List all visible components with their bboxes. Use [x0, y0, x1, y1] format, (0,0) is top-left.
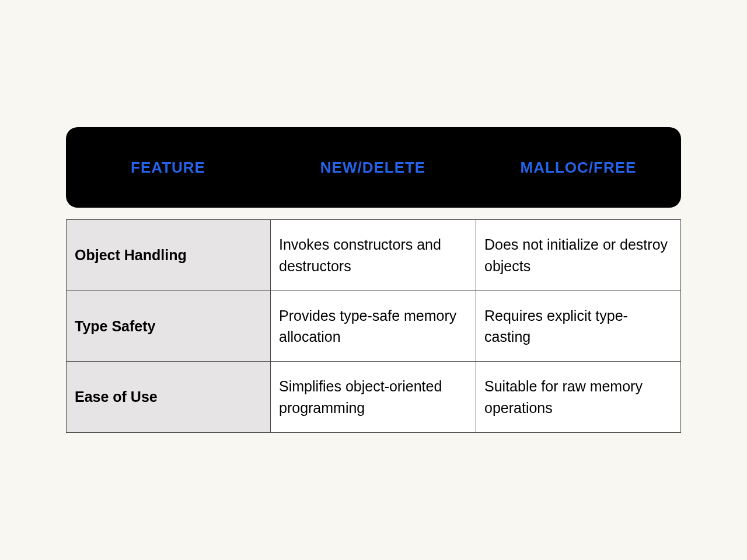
header-new-delete: NEW/DELETE [270, 159, 476, 177]
table-row: Ease of Use Simplifies object-oriented p… [67, 362, 681, 433]
header-malloc-free: MALLOC/FREE [476, 159, 681, 177]
malloc-free-cell: Suitable for raw memory operations [476, 362, 681, 433]
comparison-table: FEATURE NEW/DELETE MALLOC/FREE Object Ha… [66, 127, 681, 433]
table-row: Type Safety Provides type-safe memory al… [67, 290, 681, 362]
malloc-free-cell: Does not initialize or destroy objects [476, 220, 681, 291]
feature-cell: Ease of Use [67, 362, 271, 433]
malloc-free-cell: Requires explicit type-casting [476, 290, 681, 362]
header-feature: FEATURE [66, 159, 270, 177]
table-row: Object Handling Invokes constructors and… [67, 220, 681, 291]
new-delete-cell: Simplifies object-oriented programming [271, 362, 476, 433]
feature-cell: Type Safety [67, 290, 271, 362]
feature-cell: Object Handling [67, 220, 271, 291]
new-delete-cell: Provides type-safe memory allocation [271, 290, 476, 362]
new-delete-cell: Invokes constructors and destructors [271, 220, 476, 291]
comparison-body: Object Handling Invokes constructors and… [66, 219, 681, 433]
table-header: FEATURE NEW/DELETE MALLOC/FREE [66, 127, 681, 208]
